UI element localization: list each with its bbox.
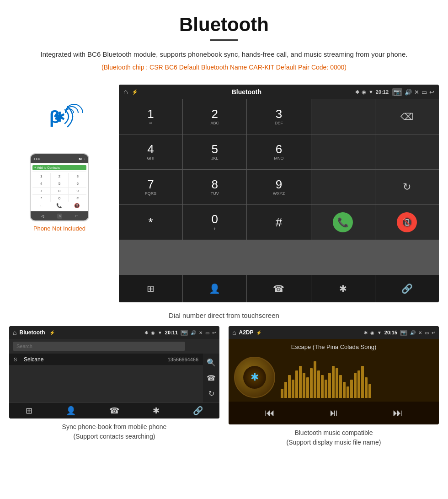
bottom-contacts-icon[interactable]: 👤 [183, 275, 246, 302]
phone-key-7: 7 [32, 188, 50, 194]
call-green-button[interactable]: 📞 [311, 205, 375, 240]
camera-icon[interactable]: 📷 [392, 88, 402, 96]
pb-usb-icon: ⚡ [49, 330, 55, 335]
ms-visualizer-bar [357, 370, 360, 398]
backspace-key[interactable]: ⌫ [375, 99, 439, 134]
home-icon: ⌂ [123, 88, 128, 96]
dial-key-2[interactable]: 2 ABC [183, 99, 246, 134]
pb-bottom-link-icon[interactable]: 🔗 [193, 406, 203, 416]
dial-key-empty-2 [311, 134, 375, 169]
bottom-bluetooth-icon[interactable]: ✱ [311, 275, 375, 302]
title-divider [210, 39, 238, 41]
ms-bt-icon: ✱ [364, 330, 368, 335]
dial-key-empty-3 [375, 134, 439, 169]
dial-key-3[interactable]: 3 DEF [247, 99, 310, 134]
bluetooth-signal-graphic: ✱ β [41, 98, 78, 135]
pb-search-side-icon[interactable]: 🔍 [207, 358, 216, 367]
pb-refresh-side-icon[interactable]: ↻ [208, 389, 214, 398]
pb-search-input[interactable] [13, 342, 185, 351]
pb-win-icon: ▭ [205, 330, 209, 335]
phone-bottom: ◁ ○ □ [31, 211, 88, 220]
call-red-button[interactable]: 📵 [375, 205, 439, 240]
phonebook-screenshot-block: ⌂ Bluetooth ⚡ ✱ ◉ ▼ 20:11 📷 🔊 ✕ ▭ ↩ [9, 326, 219, 447]
window-icon[interactable]: ▭ [421, 89, 427, 96]
bluetooth-logo-icon: ✱ [54, 109, 65, 125]
pb-bottom-person-icon[interactable]: 👤 [66, 406, 76, 416]
dial-key-8[interactable]: 8 TUV [183, 170, 246, 204]
dial-key-5[interactable]: 5 JKL [183, 134, 246, 169]
pb-contact-number: 13566664466 [168, 357, 198, 362]
phonebook-caption: Sync phone-book from mobile phone (Suppo… [62, 422, 167, 441]
person-icon: 👤 [209, 283, 220, 294]
sub-jkl: JKL [211, 156, 219, 161]
dial-key-4[interactable]: 4 GHI [119, 134, 182, 169]
dial-key-9[interactable]: 9 WXYZ [247, 170, 310, 204]
digit-8: 8 [212, 178, 218, 190]
ms-song-title: Escape (The Pina Colada Song) [229, 339, 439, 353]
main-content: ✱ β ●●● M→ + Add to Contacts [0, 85, 448, 302]
ms-visualizer-bar [343, 382, 346, 398]
dial-key-1[interactable]: 1 ∞ [119, 99, 182, 134]
bottom-phone-icon[interactable]: ☎ [247, 275, 310, 302]
dial-key-0[interactable]: 0 + [183, 205, 246, 240]
ms-visualizer-bar [328, 373, 331, 398]
ms-prev-icon[interactable]: ⏮ [265, 407, 275, 419]
ms-controls: ⏮ ⏯ ⏭ [229, 402, 439, 424]
phonebook-caption-line1: Sync phone-book from mobile phone [62, 423, 167, 430]
ms-visualizer-bar [310, 368, 313, 398]
digit-0: 0 [212, 213, 218, 225]
dial-key-hash[interactable]: # [247, 205, 310, 240]
music-screenshot-block: ⌂ A2DP ⚡ ✱ ◉ ▼ 20:15 📷 🔊 ✕ ▭ ↩ Escape (T… [229, 326, 439, 447]
ms-status-bar: ⌂ A2DP ⚡ ✱ ◉ ▼ 20:15 📷 🔊 ✕ ▭ ↩ [229, 326, 439, 339]
ms-visualizer-bar [347, 386, 349, 398]
page-header: Bluetooth Integrated with BC6 Bluetooth … [0, 0, 448, 85]
phone-key-8: 8 [51, 188, 69, 194]
redial-key[interactable]: ↻ [375, 170, 439, 204]
pb-contact-row[interactable]: S Seicane 13566664466 [9, 354, 203, 366]
dial-key-6[interactable]: 6 MNO [247, 134, 310, 169]
ms-visualizer-bar [281, 389, 283, 398]
ms-visualizer-bar [314, 361, 316, 398]
pb-phone-side-icon[interactable]: ☎ [207, 374, 216, 382]
ms-next-icon[interactable]: ⏭ [393, 407, 403, 419]
pb-status-bar: ⌂ Bluetooth ⚡ ✱ ◉ ▼ 20:11 📷 🔊 ✕ ▭ ↩ [9, 326, 219, 339]
dial-key-star[interactable]: * [119, 205, 182, 240]
ms-visualizer-bar [288, 375, 291, 398]
ms-visualizer-bar [336, 368, 338, 398]
ms-win-icon: ▭ [425, 330, 429, 335]
digit-1: 1 [147, 108, 154, 120]
volume-icon[interactable]: 🔊 [405, 89, 412, 96]
digit-5: 5 [212, 143, 218, 155]
sub-voicemail: ∞ [149, 121, 152, 125]
close-icon[interactable]: ✕ [414, 89, 419, 96]
phone-key-1: 1 [32, 173, 50, 180]
bottom-link-icon[interactable]: 🔗 [375, 275, 439, 302]
ms-camera-icon: 📷 [400, 330, 407, 336]
dialpad-android-screen: ⌂ ⚡ Bluetooth ✱ ◉ ▼ 20:12 📷 🔊 ✕ ▭ ↩ 1 ∞ [119, 85, 439, 302]
dial-key-empty-4 [311, 170, 375, 204]
ms-main-area: ✱ [229, 353, 439, 402]
digit-2: 2 [212, 108, 218, 120]
sub-pqrs: PQRS [145, 191, 157, 196]
dialpad-caption: Dial number direct from touchscreen [0, 307, 448, 326]
ms-usb-icon: ⚡ [256, 330, 261, 335]
music-caption-line2: (Support display music file name) [287, 439, 381, 446]
pb-time: 20:11 [165, 330, 178, 335]
dial-key-7[interactable]: 7 PQRS [119, 170, 182, 204]
back-icon[interactable]: ↩ [429, 89, 434, 96]
ms-play-pause-icon[interactable]: ⏯ [329, 407, 339, 419]
phone-key-3: 3 [69, 173, 86, 180]
sub-plus: + [213, 226, 216, 231]
pb-bottom-bt-icon[interactable]: ✱ [153, 406, 160, 416]
phone-screen: + Add to Contacts 1 2 3 4 5 6 7 8 9 * 0 … [31, 163, 88, 211]
phone-key-5: 5 [51, 180, 69, 187]
pb-bottom-apps-icon[interactable]: ⊞ [26, 406, 32, 416]
ms-visualizer-bar [317, 370, 320, 398]
ms-sig-icon: ▼ [377, 330, 382, 335]
pb-bottom-phone-icon[interactable]: ☎ [109, 406, 119, 416]
bottom-apps-icon[interactable]: ⊞ [119, 275, 182, 302]
music-screen: ⌂ A2DP ⚡ ✱ ◉ ▼ 20:15 📷 🔊 ✕ ▭ ↩ Escape (T… [229, 326, 439, 424]
pb-empty-space [9, 366, 203, 402]
ms-visualizer-bar [292, 380, 294, 398]
music-caption: Bluetooth music compatible (Support disp… [287, 428, 381, 447]
